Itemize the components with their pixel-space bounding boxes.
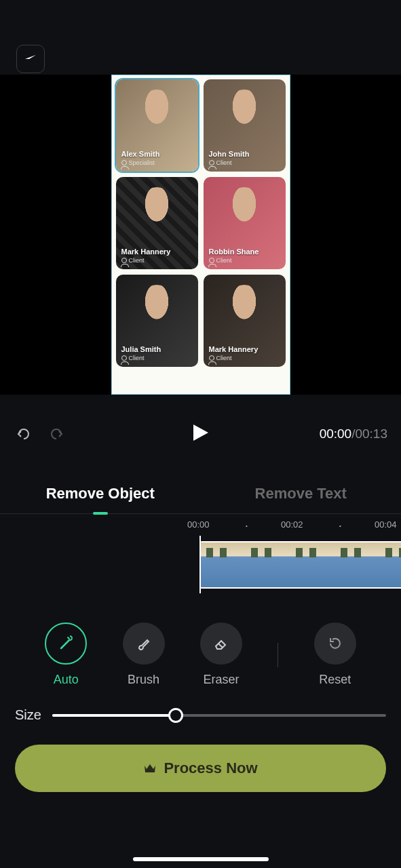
reset-icon: [327, 635, 343, 652]
process-button[interactable]: Process Now: [15, 745, 386, 792]
back-arrow-icon: [24, 54, 37, 64]
size-label: Size: [15, 707, 41, 723]
video-clip[interactable]: [199, 541, 401, 589]
divider: [278, 643, 278, 667]
current-time: 00:00: [320, 427, 352, 441]
total-time: 00:13: [355, 427, 387, 441]
crown-icon: [143, 763, 157, 774]
profile-name: Mark Hannery: [121, 248, 193, 256]
back-button[interactable]: [16, 45, 45, 73]
playhead[interactable]: [199, 536, 201, 593]
profile-card: Julia Smith Client: [116, 275, 198, 367]
profile-name: Julia Smith: [121, 345, 193, 353]
redo-icon: [48, 426, 64, 442]
profile-card: John Smith Client: [204, 79, 286, 172]
tool-eraser[interactable]: Eraser: [200, 623, 242, 687]
person-icon: [121, 258, 127, 263]
profile-card: Robbin Shane Client: [204, 177, 286, 269]
eraser-icon: [213, 635, 229, 652]
size-slider[interactable]: [52, 714, 386, 717]
time-ruler: 00:00 • 00:02 • 00:04: [0, 514, 401, 533]
play-icon: [192, 423, 210, 442]
slider-handle[interactable]: [168, 708, 183, 723]
tool-brush[interactable]: Brush: [123, 623, 165, 687]
magic-wand-icon: [57, 635, 75, 652]
person-icon: [209, 258, 214, 263]
person-icon: [121, 355, 127, 361]
tab-remove-object[interactable]: Remove Object: [0, 473, 201, 513]
home-indicator[interactable]: [133, 857, 269, 861]
person-icon: [209, 160, 214, 165]
profile-name: Mark Hannery: [209, 345, 280, 353]
profile-name: Alex Smith: [121, 150, 193, 158]
person-icon: [121, 160, 127, 165]
brush-icon: [136, 635, 152, 652]
profile-name: John Smith: [209, 150, 280, 158]
timeline[interactable]: 00:00 • 00:02 • 00:04: [0, 514, 401, 602]
profile-name: Robbin Shane: [209, 248, 280, 256]
tool-auto[interactable]: Auto: [45, 623, 87, 687]
video-frame-content: Alex Smith Specialist John Smith Client …: [111, 75, 290, 395]
undo-button[interactable]: [14, 424, 34, 444]
tool-reset[interactable]: Reset: [314, 623, 356, 687]
profile-card: Alex Smith Specialist: [116, 79, 198, 172]
video-canvas[interactable]: Alex Smith Specialist John Smith Client …: [0, 75, 401, 395]
undo-icon: [16, 426, 32, 442]
person-icon: [209, 355, 214, 361]
profile-card: Mark Hannery Client: [116, 177, 198, 269]
redo-button[interactable]: [46, 424, 66, 444]
profile-card: Mark Hannery Client: [204, 275, 286, 367]
tab-remove-text[interactable]: Remove Text: [201, 473, 402, 513]
time-display: 00:00/00:13: [320, 427, 387, 441]
play-button[interactable]: [192, 423, 210, 445]
